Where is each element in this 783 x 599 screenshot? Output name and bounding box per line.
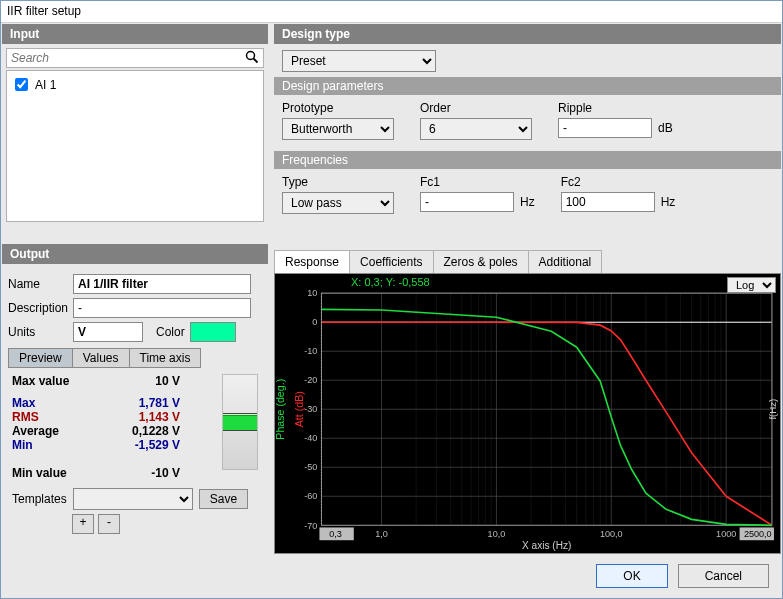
fc2-label: Fc2 xyxy=(561,175,676,189)
search-input[interactable] xyxy=(6,48,264,68)
preset-select[interactable]: Preset xyxy=(282,50,436,72)
tab-coefficients[interactable]: Coefficients xyxy=(349,250,433,273)
svg-text:1000: 1000 xyxy=(716,529,736,539)
svg-text:-60: -60 xyxy=(304,491,317,501)
channel-label: AI 1 xyxy=(35,78,56,92)
svg-text:Phase (deg.): Phase (deg.) xyxy=(275,379,286,440)
tab-zeros-poles[interactable]: Zeros & poles xyxy=(433,250,529,273)
svg-text:Att (dB): Att (dB) xyxy=(295,391,306,427)
svg-text:-20: -20 xyxy=(304,375,317,385)
channel-row[interactable]: AI 1 xyxy=(11,75,259,94)
cursor-readout: X: 0,3; Y: -0,558 xyxy=(351,276,430,288)
channel-checkbox[interactable] xyxy=(15,78,28,91)
stat-rms-label: RMS xyxy=(12,410,90,424)
preview-tab[interactable]: Preview xyxy=(8,348,73,368)
fc2-unit: Hz xyxy=(661,195,676,209)
save-button[interactable]: Save xyxy=(199,489,248,509)
svg-text:-40: -40 xyxy=(304,433,317,443)
response-panel: Response Coefficients Zeros & poles Addi… xyxy=(274,244,781,554)
svg-text:-70: -70 xyxy=(304,520,317,530)
fc1-unit: Hz xyxy=(520,195,535,209)
svg-text:X axis (Hz): X axis (Hz) xyxy=(522,540,571,551)
minvalue-label: Min value xyxy=(12,466,90,480)
svg-text:f(Hz): f(Hz) xyxy=(768,399,778,420)
cancel-button[interactable]: Cancel xyxy=(678,564,769,588)
tab-response[interactable]: Response xyxy=(274,250,350,273)
name-input[interactable] xyxy=(73,274,251,294)
maxvalue-value: 10 V xyxy=(90,374,180,388)
fc2-input[interactable] xyxy=(561,192,655,212)
design-header: Design type xyxy=(274,24,781,44)
ripple-unit: dB xyxy=(658,121,673,135)
output-header: Output xyxy=(2,244,268,264)
svg-text:-50: -50 xyxy=(304,462,317,472)
color-label: Color xyxy=(156,325,185,339)
window-root: IIR filter setup Input AI 1 xyxy=(0,0,783,599)
minvalue-value: -10 V xyxy=(90,466,180,480)
svg-text:0: 0 xyxy=(312,317,317,327)
values-tab[interactable]: Values xyxy=(73,348,130,368)
timeaxis-tab[interactable]: Time axis xyxy=(130,348,202,368)
desc-label: Description xyxy=(8,301,68,315)
output-panel: Output Name Description Units Color xyxy=(2,244,268,554)
scale-select[interactable]: Log xyxy=(727,277,776,293)
fc1-label: Fc1 xyxy=(420,175,535,189)
units-label: Units xyxy=(8,325,68,339)
svg-text:0,3: 0,3 xyxy=(329,529,342,539)
maxvalue-label: Max value xyxy=(12,374,90,388)
freq-type-label: Type xyxy=(282,175,394,189)
ripple-label: Ripple xyxy=(558,101,673,115)
stat-min-value: -1,529 V xyxy=(90,438,180,452)
input-header: Input xyxy=(2,24,268,44)
svg-text:1,0: 1,0 xyxy=(375,529,388,539)
freq-type-select[interactable]: Low pass xyxy=(282,192,394,214)
ok-button[interactable]: OK xyxy=(596,564,667,588)
svg-text:-30: -30 xyxy=(304,404,317,414)
templates-select[interactable] xyxy=(73,488,193,510)
templates-label: Templates xyxy=(12,492,67,506)
svg-text:2500,0: 2500,0 xyxy=(744,529,772,539)
window-title: IIR filter setup xyxy=(1,1,782,23)
order-select[interactable]: 6 xyxy=(420,118,532,140)
level-bar xyxy=(222,374,258,480)
template-add-button[interactable]: + xyxy=(72,514,94,534)
ripple-input[interactable] xyxy=(558,118,652,138)
design-panel: Design type Preset Design parameters Pro… xyxy=(274,24,781,238)
design-params-header: Design parameters xyxy=(274,77,781,95)
stat-avg-value: 0,1228 V xyxy=(90,424,180,438)
units-input[interactable] xyxy=(73,322,143,342)
fc1-input[interactable] xyxy=(420,192,514,212)
stat-max-label: Max xyxy=(12,396,90,410)
template-remove-button[interactable]: - xyxy=(98,514,120,534)
frequencies-header: Frequencies xyxy=(274,151,781,169)
svg-text:10: 10 xyxy=(307,288,317,298)
stat-min-label: Min xyxy=(12,438,90,452)
name-label: Name xyxy=(8,277,68,291)
svg-text:10,0: 10,0 xyxy=(488,529,506,539)
order-label: Order xyxy=(420,101,532,115)
svg-text:100,0: 100,0 xyxy=(600,529,623,539)
response-chart[interactable]: Log X: 0,3; Y: -0,558 100-10-20-30-40-50… xyxy=(274,273,781,554)
content: Input AI 1 Design type xyxy=(1,23,782,598)
stat-rms-value: 1,143 V xyxy=(90,410,180,424)
input-panel: Input AI 1 xyxy=(2,24,268,238)
stat-avg-label: Average xyxy=(12,424,90,438)
stat-max-value: 1,781 V xyxy=(90,396,180,410)
prototype-select[interactable]: Butterworth xyxy=(282,118,394,140)
svg-point-0 xyxy=(247,52,255,60)
color-swatch[interactable] xyxy=(190,322,236,342)
prototype-label: Prototype xyxy=(282,101,394,115)
tab-additional[interactable]: Additional xyxy=(528,250,603,273)
desc-input[interactable] xyxy=(73,298,251,318)
svg-text:-10: -10 xyxy=(304,346,317,356)
search-icon[interactable] xyxy=(245,50,259,64)
chart-svg: 100-10-20-30-40-50-60-70Phase (deg.)Att … xyxy=(275,274,780,553)
svg-line-1 xyxy=(254,59,258,63)
channel-list[interactable]: AI 1 xyxy=(6,70,264,222)
